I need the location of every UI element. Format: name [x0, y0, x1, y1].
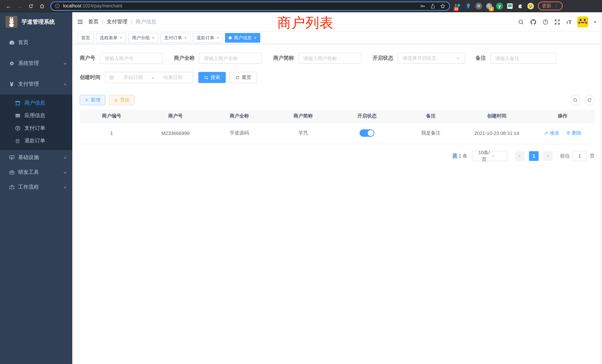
- total-suffix: 条: [463, 153, 467, 159]
- search-button[interactable]: 搜索: [198, 72, 226, 83]
- goto-page-input[interactable]: [573, 151, 587, 161]
- avatar[interactable]: [577, 16, 589, 27]
- extension-cmd-icon[interactable]: ⌘: [475, 2, 482, 10]
- page-size-select[interactable]: 10条/页: [472, 151, 507, 161]
- tab-process-form[interactable]: 流程表单×: [96, 33, 126, 43]
- sidebar-item-pay-orders[interactable]: 支付订单: [0, 122, 72, 135]
- help-icon[interactable]: [542, 19, 549, 25]
- reload-icon: [28, 3, 33, 9]
- plus-icon: [85, 98, 89, 102]
- sidebar-item-app-info[interactable]: 应用信息: [0, 109, 72, 122]
- page-header: 首页 / 支付管理 / 商户信息 TT ▾: [72, 12, 602, 32]
- calendar-icon: [109, 75, 114, 80]
- cell-merchant-id: 1: [80, 122, 143, 144]
- sidebar-collapse-button[interactable]: [77, 19, 83, 25]
- full-name-input[interactable]: [199, 53, 262, 64]
- close-icon[interactable]: ×: [216, 36, 219, 40]
- browser-reload-button[interactable]: [26, 1, 35, 10]
- export-button[interactable]: 导出: [109, 95, 135, 105]
- sidebar-item-home[interactable]: 首页: [0, 32, 72, 53]
- sidebar-item-system[interactable]: 系统管理: [0, 53, 72, 74]
- fullscreen-icon[interactable]: [554, 19, 560, 25]
- page-size-value: 10条/页: [477, 149, 491, 162]
- refresh-icon: [587, 97, 592, 103]
- header-search-icon[interactable]: [518, 19, 524, 25]
- extension-badge: 1: [489, 7, 494, 11]
- next-page-button[interactable]: [543, 151, 553, 161]
- short-name-input[interactable]: [298, 53, 361, 64]
- goto-suffix: 页: [590, 152, 595, 159]
- pagination: 共 1 条 10条/页 1 前往 页: [80, 151, 595, 161]
- extension-balloon-icon[interactable]: [465, 2, 472, 10]
- extensions-puzzle-icon[interactable]: [517, 2, 524, 10]
- chevron-left-icon: [517, 154, 522, 158]
- browser-update-button[interactable]: 更新 ⋮: [538, 1, 563, 10]
- search-icon: [204, 75, 209, 80]
- sidebar-item-workflow[interactable]: 工作流程: [0, 180, 72, 195]
- content: 商户号 商户全称 商户简称 开启状态 请选择开启状态: [72, 44, 602, 364]
- chevron-down-icon: [63, 185, 67, 189]
- tab-merchant-info[interactable]: 商户信息×: [225, 33, 260, 43]
- close-icon[interactable]: ×: [120, 36, 122, 40]
- address-bar[interactable]: localhost :1024/pay/merchant: [50, 1, 450, 11]
- close-icon[interactable]: ×: [184, 36, 187, 40]
- col-created-at: 创建时间: [463, 110, 531, 122]
- status-toggle[interactable]: [360, 129, 374, 137]
- page-number-1[interactable]: 1: [529, 151, 539, 161]
- extension-diamond-icon[interactable]: 10: [454, 2, 462, 10]
- add-button[interactable]: 新增: [80, 95, 105, 105]
- prev-page-button[interactable]: [515, 151, 525, 161]
- tab-pay-orders[interactable]: 支付订单×: [161, 33, 191, 43]
- site-info-icon[interactable]: [55, 3, 60, 9]
- full-name-label: 商户全称: [174, 55, 195, 62]
- sidebar-item-payment[interactable]: ¥ 支付管理: [0, 74, 72, 95]
- date-range-picker[interactable]: 开始日期 - 结束日期: [105, 72, 193, 83]
- short-name-label: 商户简称: [273, 55, 294, 62]
- font-size-icon[interactable]: TT: [566, 19, 572, 25]
- sidebar-item-merchant-info[interactable]: 商户信息: [0, 97, 72, 109]
- status-select[interactable]: 请选择开启状态: [398, 53, 464, 64]
- remark-input[interactable]: [490, 53, 556, 64]
- menu-kebab-icon[interactable]: ⋮: [554, 3, 559, 9]
- browser-forward-button[interactable]: →: [15, 1, 24, 10]
- sidebar-item-label: 工作流程: [18, 184, 39, 191]
- tab-refund-orders[interactable]: 退款订单×: [193, 33, 223, 43]
- date-separator: -: [152, 75, 154, 80]
- password-key-icon[interactable]: [420, 3, 426, 9]
- breadcrumb-home[interactable]: 首页: [88, 19, 99, 25]
- share-icon[interactable]: [430, 3, 436, 9]
- edit-link[interactable]: 修改: [544, 130, 559, 136]
- toggle-search-button[interactable]: [570, 95, 580, 105]
- tab-home[interactable]: 首页: [77, 33, 94, 43]
- edit-label: 修改: [550, 130, 559, 136]
- briefcase-icon: [9, 184, 15, 190]
- refresh-table-button[interactable]: [584, 95, 595, 105]
- filter-row-2: 创建时间 开始日期 - 结束日期 搜索: [80, 72, 595, 83]
- bookmark-star-icon[interactable]: [440, 3, 446, 9]
- merchant-no-input[interactable]: [100, 53, 163, 64]
- extension-y-icon[interactable]: y: [496, 2, 503, 10]
- github-icon[interactable]: [530, 18, 537, 25]
- profile-emoji-icon[interactable]: [527, 2, 534, 10]
- sidebar-item-refund-orders[interactable]: 退款订单: [0, 135, 72, 147]
- delete-link[interactable]: 删除: [566, 130, 581, 136]
- annotation-merchant-list: 商户列表: [277, 14, 334, 32]
- browser-home-button[interactable]: [37, 1, 46, 10]
- reset-button-label: 重置: [242, 74, 251, 81]
- goto-label: 前往: [560, 152, 570, 159]
- sidebar-item-infrastructure[interactable]: 基础设施: [0, 150, 72, 165]
- avatar-caret-icon[interactable]: ▾: [594, 20, 596, 24]
- sidebar-item-dev-tools[interactable]: 研发工具: [0, 165, 72, 180]
- col-actions: 操作: [531, 110, 595, 122]
- merchant-table: 商户编号 商户号 商户全称 商户简称 开启状态 备注 创建时间 操作 1: [80, 110, 595, 144]
- tab-user-group[interactable]: 用户分组×: [128, 33, 158, 43]
- close-icon[interactable]: ×: [254, 36, 257, 40]
- extension-chat-icon[interactable]: [506, 2, 513, 10]
- sidebar-item-label: 支付订单: [24, 125, 45, 132]
- extension-camera-icon[interactable]: 1: [486, 2, 493, 10]
- browser-back-button[interactable]: ←: [4, 1, 13, 10]
- close-icon[interactable]: ×: [152, 36, 155, 40]
- breadcrumb-payment[interactable]: 支付管理: [107, 19, 128, 25]
- reset-button[interactable]: 重置: [229, 72, 257, 83]
- document-icon: [14, 138, 21, 144]
